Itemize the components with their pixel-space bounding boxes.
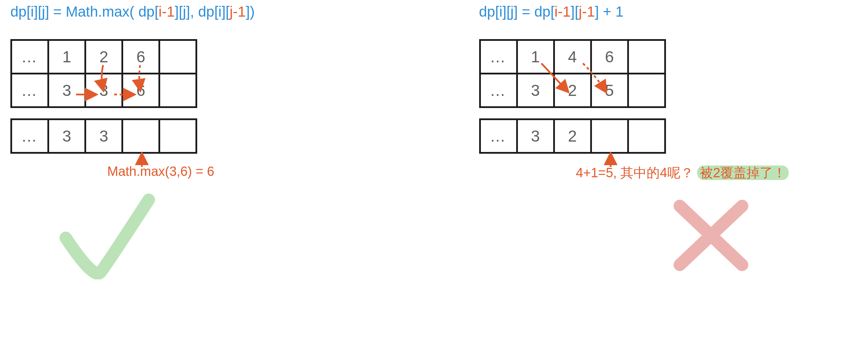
cell: … bbox=[11, 119, 48, 153]
explain-left: Math.max(3,6) = 6 bbox=[107, 164, 389, 179]
cell: 3 bbox=[48, 74, 85, 107]
cell bbox=[122, 119, 159, 153]
cell: 6 bbox=[591, 40, 628, 74]
cell: 1 bbox=[48, 40, 85, 74]
explain-right: 4+1=5, 其中的4呢？ 被2覆盖掉了！ bbox=[576, 164, 858, 182]
formula-text: dp[i][j] = dp[ bbox=[479, 3, 555, 20]
cell bbox=[628, 74, 665, 107]
cell: 2 bbox=[85, 40, 122, 74]
grid-2d-right: … 1 4 6 … 3 2 5 bbox=[479, 39, 666, 108]
formula-highlight: i-1 bbox=[555, 3, 571, 20]
cell: 1 bbox=[517, 40, 554, 74]
checkmark-icon bbox=[52, 189, 389, 281]
cross-icon bbox=[666, 192, 858, 280]
cell bbox=[159, 40, 197, 74]
cell bbox=[628, 119, 665, 153]
cell: … bbox=[480, 74, 517, 107]
cell bbox=[159, 119, 197, 153]
formula-text: ]) bbox=[246, 3, 255, 20]
cell: … bbox=[11, 40, 48, 74]
panel-left: dp[i][j] = Math.max( dp[i-1][j], dp[i][j… bbox=[10, 3, 389, 281]
cell: 3 bbox=[517, 119, 554, 153]
formula-right: dp[i][j] = dp[i-1][j-1] + 1 bbox=[479, 3, 858, 20]
cell: 4 bbox=[554, 40, 591, 74]
cell: 6 bbox=[122, 74, 159, 107]
cell: 5 bbox=[591, 74, 628, 107]
formula-text: ][j], dp[i][ bbox=[175, 3, 230, 20]
formula-left: dp[i][j] = Math.max( dp[i-1][j], dp[i][j… bbox=[10, 3, 389, 20]
formula-text: ] + 1 bbox=[595, 3, 624, 20]
formula-text: dp[i][j] = Math.max( dp[ bbox=[10, 3, 158, 20]
explain-text: 4+1=5, 其中的4呢？ bbox=[576, 165, 694, 180]
cell: 3 bbox=[517, 74, 554, 107]
formula-highlight: j-1 bbox=[230, 3, 246, 20]
cell: … bbox=[11, 74, 48, 107]
grid-2d-left: … 1 2 6 … 3 3 6 bbox=[10, 39, 197, 108]
cell: 2 bbox=[554, 74, 591, 107]
cell: 3 bbox=[48, 119, 85, 153]
cell bbox=[628, 40, 665, 74]
panel-right: dp[i][j] = dp[i-1][j-1] + 1 … 1 4 6 … 3 … bbox=[479, 3, 858, 281]
cell: 6 bbox=[122, 40, 159, 74]
explain-highlight: 被2覆盖掉了！ bbox=[697, 165, 789, 180]
cell: 2 bbox=[554, 119, 591, 153]
grid-1d-left: … 3 3 bbox=[10, 118, 197, 154]
cell: 3 bbox=[85, 74, 122, 107]
cell bbox=[159, 74, 197, 107]
cell: … bbox=[480, 40, 517, 74]
formula-text: ][ bbox=[571, 3, 579, 20]
cell: 3 bbox=[85, 119, 122, 153]
formula-highlight: i-1 bbox=[158, 3, 175, 20]
formula-highlight: j-1 bbox=[579, 3, 595, 20]
grid-1d-right: … 3 2 bbox=[479, 118, 666, 154]
cell: … bbox=[480, 119, 517, 153]
cell bbox=[591, 119, 628, 153]
